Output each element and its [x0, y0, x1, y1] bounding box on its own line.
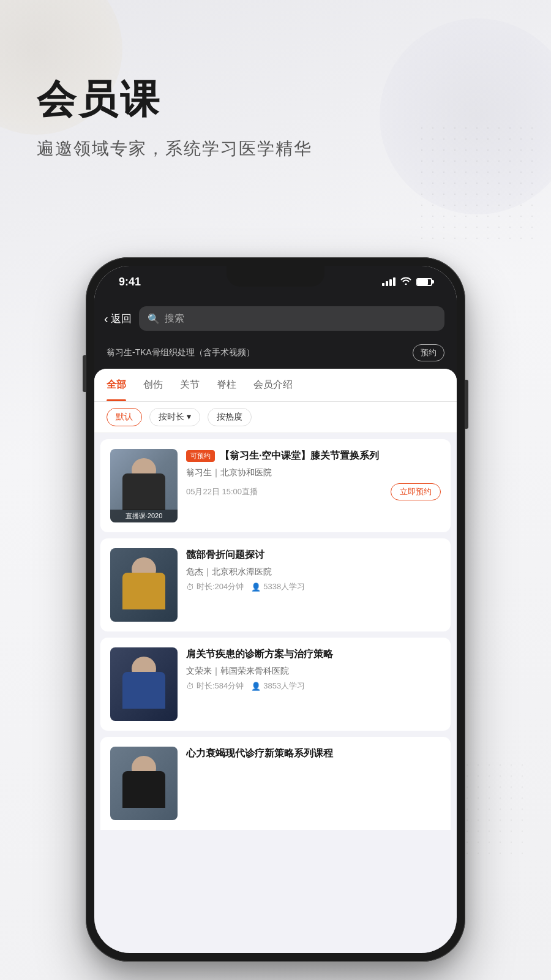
tab-trauma[interactable]: 创伤	[143, 369, 163, 401]
course-card-1[interactable]: 直播课·2020 可预约 【翁习生·空中课堂】膝关节置换系列 翁习生｜北京协和医…	[100, 439, 451, 532]
search-area: ‹ 返回 🔍 搜索	[94, 298, 457, 339]
filter-default[interactable]: 默认	[107, 408, 142, 426]
course-card-2[interactable]: 髋部骨折问题探讨 危杰｜北京积水潭医院 ⏱ 时长:204分钟 👤	[100, 538, 451, 631]
back-chevron-icon: ‹	[104, 312, 108, 326]
filter-duration[interactable]: 按时长 ▾	[149, 408, 200, 426]
clock-icon: ⏱	[186, 582, 194, 592]
status-icons	[382, 276, 432, 287]
phone-inner: 9:41	[94, 266, 457, 953]
course-author-1: 翁习生｜北京协和医院	[186, 467, 441, 478]
course-students-3: 👤 3853人学习	[251, 680, 305, 692]
course-title-3: 肩关节疾患的诊断方案与治疗策略	[186, 647, 441, 661]
page-title: 会员课	[37, 80, 312, 119]
course-thumb-1: 直播课·2020	[110, 449, 178, 522]
tag-badge-1: 可预约	[186, 450, 215, 462]
course-thumb-2	[110, 548, 178, 622]
filter-popularity[interactable]: 按热度	[208, 408, 252, 426]
course-list: 直播课·2020 可预约 【翁习生·空中课堂】膝关节置换系列 翁习生｜北京协和医…	[94, 433, 457, 953]
course-author-3: 文荣来｜韩国荣来骨科医院	[186, 666, 441, 677]
page-subtitle: 遍邀领域专家，系统学习医学精华	[37, 137, 312, 160]
course-banner: 翁习生-TKA骨组织处理（含手术视频） 预约	[94, 339, 457, 369]
search-box[interactable]: 🔍 搜索	[139, 306, 444, 331]
course-title-4: 心力衰竭现代诊疗新策略系列课程	[186, 747, 441, 760]
clock-icon-3: ⏱	[186, 682, 194, 691]
course-info-3: 肩关节疾患的诊断方案与治疗策略 文荣来｜韩国荣来骨科医院 ⏱ 时长:584分钟 …	[186, 647, 441, 692]
battery-icon	[416, 278, 432, 286]
search-placeholder: 搜索	[165, 312, 184, 325]
course-title-1: 【翁习生·空中课堂】膝关节置换系列	[220, 449, 379, 462]
main-content: 全部 创伤 关节 脊柱 会员介绍 默认 按时长 ▾ 按热度	[94, 369, 457, 953]
status-time: 9:41	[119, 276, 141, 288]
wifi-icon	[400, 276, 411, 287]
app-content: ‹ 返回 🔍 搜索 翁习生-TKA骨组织处理（含手术视频） 预约	[94, 298, 457, 953]
search-icon: 🔍	[148, 313, 160, 325]
back-button[interactable]: ‹ 返回	[104, 312, 132, 326]
course-author-2: 危杰｜北京积水潭医院	[186, 567, 441, 578]
tab-joint[interactable]: 关节	[180, 369, 200, 401]
course-title-2: 髋部骨折问题探讨	[186, 548, 441, 562]
filter-row: 默认 按时长 ▾ 按热度	[94, 402, 457, 433]
users-icon-3: 👤	[251, 682, 261, 691]
tab-member[interactable]: 会员介绍	[253, 369, 293, 401]
tabs-row: 全部 创伤 关节 脊柱 会员介绍	[94, 369, 457, 402]
phone-outer: 9:41	[86, 257, 465, 962]
phone-mockup: 9:41	[86, 257, 465, 962]
status-bar: 9:41	[94, 266, 457, 298]
course-info-4: 心力衰竭现代诊疗新策略系列课程	[186, 747, 441, 760]
page-header: 会员课 遍邀领域专家，系统学习医学精华	[37, 80, 312, 160]
course-thumb-4	[110, 747, 178, 820]
course-duration-3: ⏱ 时长:584分钟	[186, 680, 244, 692]
banner-reserve-button[interactable]: 预约	[413, 344, 444, 361]
course-duration-2: ⏱ 时长:204分钟	[186, 581, 244, 592]
course-students-2: 👤 5338人学习	[251, 581, 305, 592]
course-card-4[interactable]: 心力衰竭现代诊疗新策略系列课程	[100, 737, 451, 830]
users-icon: 👤	[251, 582, 261, 592]
bg-dots-1	[416, 123, 539, 245]
course-card-3[interactable]: 肩关节疾患的诊断方案与治疗策略 文荣来｜韩国荣来骨科医院 ⏱ 时长:584分钟 …	[100, 638, 451, 731]
banner-title: 翁习生-TKA骨组织处理（含手术视频）	[107, 347, 255, 358]
live-time-1: 05月22日 15:00直播	[186, 486, 258, 497]
course-info-1: 可预约 【翁习生·空中课堂】膝关节置换系列 翁习生｜北京协和医院 05月22日 …	[186, 449, 441, 500]
tab-all[interactable]: 全部	[107, 369, 126, 401]
signal-icon	[382, 277, 395, 286]
course-thumb-3	[110, 647, 178, 721]
thumb-label-1: 直播课·2020	[110, 510, 178, 522]
tab-spine[interactable]: 脊柱	[217, 369, 236, 401]
course-info-2: 髋部骨折问题探讨 危杰｜北京积水潭医院 ⏱ 时长:204分钟 👤	[186, 548, 441, 592]
back-label: 返回	[111, 312, 132, 326]
notch	[227, 266, 324, 287]
reserve-button-1[interactable]: 立即预约	[391, 483, 441, 500]
